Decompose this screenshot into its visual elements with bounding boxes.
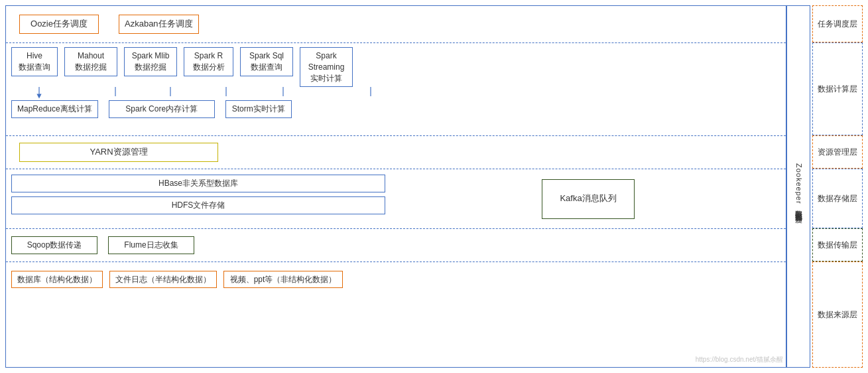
source-row: 数据库（结构化数据） 文件日志（半结构化数据） 视频、ppt等（非结构化数据）	[6, 262, 786, 297]
storage-left: HBase非关系型数据库 HDFS文件存储	[6, 169, 391, 228]
compute-top-tools: Hive 数据查询 Mahout 数据挖掘 Spark Mlib 数据挖掘 Sp…	[6, 43, 786, 87]
azkaban-box: Azkaban任务调度	[119, 15, 199, 33]
spark-mlib-box: Spark Mlib 数据挖掘	[124, 47, 177, 76]
scheduling-label: 任务调度层	[812, 5, 863, 42]
unstructured-box: 视频、ppt等（非结构化数据）	[223, 271, 343, 289]
structured-box: 数据库（结构化数据）	[11, 271, 103, 289]
sqoop-box: Sqoop数据传递	[11, 236, 97, 254]
storage-row: HBase非关系型数据库 HDFS文件存储 Kafka消息队列	[6, 169, 786, 229]
compute-row: Hive 数据查询 Mahout 数据挖掘 Spark Mlib 数据挖掘 Sp…	[6, 43, 786, 136]
hdfs-box: HDFS文件存储	[11, 196, 385, 214]
zookeeper-column: Zookeeper数据平台配置和调度	[786, 5, 810, 368]
layer-labels: 任务调度层 数据计算层 资源管理层 数据存储层 数据传输层 数据来源层	[812, 5, 863, 368]
compute-label: 数据计算层	[812, 42, 863, 135]
hive-box: Hive 数据查询	[11, 47, 58, 76]
transfer-row: Sqoop数据传递 Flume日志收集	[6, 229, 786, 262]
watermark: https://blog.csdn.net/猫腻余醒	[696, 355, 783, 364]
spark-core-box: Spark Core内存计算	[109, 100, 215, 118]
spark-sql-box: Spark Sql 数据查询	[240, 47, 293, 76]
spark-streaming-box: Spark Streaming 实时计算	[300, 47, 353, 87]
resource-row: YARN资源管理	[6, 136, 786, 169]
source-label: 数据来源层	[812, 261, 863, 368]
mapreduce-box: MapReduce离线计算	[11, 100, 98, 118]
oozie-box: Oozie任务调度	[19, 15, 99, 33]
yarn-box: YARN资源管理	[19, 143, 218, 161]
mahout-box: Mahout 数据挖掘	[64, 47, 117, 76]
flume-box: Flume日志收集	[108, 236, 194, 254]
kafka-box: Kafka消息队列	[542, 179, 635, 219]
storm-box: Storm实时计算	[225, 100, 292, 118]
resource-label: 资源管理层	[812, 135, 863, 169]
storage-label: 数据存储层	[812, 169, 863, 228]
storage-right: Kafka消息队列	[391, 169, 786, 228]
full-layout: Oozie任务调度 Azkaban任务调度 Hive 数据查询 Mahout 数…	[5, 5, 863, 368]
hbase-box: HBase非关系型数据库	[11, 175, 385, 192]
main-container: Oozie任务调度 Azkaban任务调度 Hive 数据查询 Mahout 数…	[0, 0, 868, 373]
semi-structured-box: 文件日志（半结构化数据）	[109, 271, 217, 289]
diagram-area: Oozie任务调度 Azkaban任务调度 Hive 数据查询 Mahout 数…	[5, 5, 786, 368]
arrows-row	[6, 87, 786, 99]
arrows-svg	[6, 87, 786, 99]
scheduling-row: Oozie任务调度 Azkaban任务调度	[6, 6, 786, 43]
compute-engines: MapReduce离线计算 Spark Core内存计算 Storm实时计算	[6, 99, 786, 122]
spark-r-box: Spark R 数据分析	[184, 47, 233, 76]
transfer-label: 数据传输层	[812, 228, 863, 261]
